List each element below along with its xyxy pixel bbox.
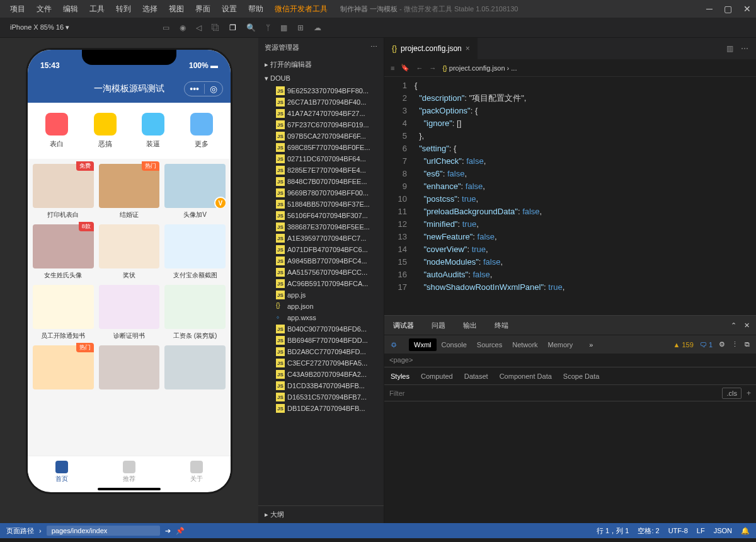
breadcrumb[interactable]: {} project.config.json › ...	[442, 64, 517, 72]
back-icon[interactable]: ←	[416, 64, 423, 72]
folder-section[interactable]: ▾ DOUB	[258, 72, 384, 85]
styles-tab[interactable]: Component Data	[500, 372, 552, 380]
close-tab-icon[interactable]: ×	[466, 44, 470, 53]
menu-工具[interactable]: 工具	[84, 2, 110, 16]
template-card[interactable]: 热门结婚证	[96, 161, 163, 222]
opened-editors-section[interactable]: ▸ 打开的编辑器	[258, 57, 384, 72]
menu-帮助[interactable]: 帮助	[243, 2, 268, 16]
mute-icon[interactable]: ◁	[196, 23, 202, 32]
filter-input[interactable]	[389, 389, 722, 397]
file-item[interactable]: JS56106F64707094BF307...	[258, 210, 384, 221]
encoding[interactable]: UTF-8	[668, 527, 688, 534]
file-item[interactable]: {}app.json	[258, 301, 384, 312]
editor-tab[interactable]: {} project.config.json ×	[384, 38, 478, 59]
template-card[interactable]: 免费打印机表白	[30, 161, 96, 222]
devtools-tab[interactable]: 调试器	[391, 321, 416, 330]
menu-文件[interactable]: 文件	[32, 2, 57, 16]
page-path-input[interactable]	[47, 526, 160, 536]
devtools-subtab[interactable]: Memory	[543, 338, 578, 351]
devtools-tab[interactable]: 输出	[461, 321, 479, 330]
more-icon[interactable]: ⋯	[370, 43, 377, 52]
template-card[interactable]: V头像加V	[162, 161, 228, 222]
devtools-subtab[interactable]: Network	[507, 338, 542, 351]
file-item[interactable]: JS9E625233707094BFF80...	[258, 85, 384, 96]
devtools-subtab[interactable]: Sources	[472, 338, 507, 351]
files-icon[interactable]: ❐	[229, 23, 236, 32]
add-icon[interactable]: +	[747, 389, 751, 398]
devtools-tab[interactable]: 终端	[492, 321, 511, 330]
styles-tab[interactable]: Dataset	[464, 372, 488, 380]
file-item[interactable]: JSD16531C5707094BFB7...	[258, 391, 384, 403]
category-item[interactable]: 恶搞	[81, 113, 130, 149]
file-item[interactable]: JSBD2A8CC7707094BFD...	[258, 346, 384, 357]
template-card[interactable]: 支付宝余额截图	[162, 222, 228, 282]
category-item[interactable]: 装逼	[129, 113, 178, 149]
language-mode[interactable]: JSON	[714, 527, 732, 534]
file-item[interactable]: JSA071DFB4707094BFC6...	[258, 244, 384, 255]
file-item[interactable]: JS8285E7E7707094BFE4...	[258, 164, 384, 176]
branch-icon[interactable]: ᛘ	[266, 23, 270, 32]
tab-关于[interactable]: 关于	[163, 456, 231, 487]
menu-微信开发者工具[interactable]: 微信开发者工具	[270, 2, 333, 16]
code-editor[interactable]: { "description": "项目配置文件", "packOptions"…	[415, 77, 756, 315]
chevron-up-icon[interactable]: ⌃	[731, 321, 736, 330]
file-item[interactable]: JSB040C907707094BFD6...	[258, 323, 384, 335]
split-icon[interactable]: ▥	[726, 44, 733, 53]
file-item[interactable]: JSC43A9B20707094BFA2...	[258, 369, 384, 380]
menu-icon[interactable]: ⋮	[731, 340, 738, 349]
menu-选择[interactable]: 选择	[137, 2, 163, 16]
minimize-icon[interactable]: ─	[706, 4, 713, 14]
robot-icon[interactable]: ⊞	[297, 23, 304, 32]
template-card[interactable]: 奖状	[96, 222, 163, 282]
go-icon[interactable]: ➔	[165, 527, 171, 535]
file-item[interactable]: JS26C7A1B7707094BF40...	[258, 96, 384, 108]
indent-setting[interactable]: 空格: 2	[638, 526, 659, 536]
pin-icon[interactable]: 📌	[176, 527, 185, 535]
search-icon[interactable]: 🔍	[246, 23, 256, 32]
menu-转到[interactable]: 转到	[111, 2, 136, 16]
template-card[interactable]	[162, 343, 228, 395]
devtools-subtab[interactable]: Console	[437, 338, 472, 351]
grid-icon[interactable]: ▦	[280, 23, 287, 32]
list-icon[interactable]: ≡	[391, 64, 394, 72]
outline-section[interactable]: ▸ 大纲	[258, 505, 384, 523]
file-item[interactable]: JSDB1DE2A7707094BFB...	[258, 403, 384, 414]
file-item[interactable]: JSA1E39597707094BFC7...	[258, 233, 384, 244]
file-item[interactable]: JSAA515756707094BFCC...	[258, 267, 384, 278]
tab-首页[interactable]: 首页	[28, 456, 95, 487]
bell-icon[interactable]: 🔔	[741, 527, 750, 535]
close-icon[interactable]: ✕	[743, 4, 751, 14]
devtools-subtab[interactable]: Wxml	[409, 338, 437, 351]
styles-tab[interactable]: Computed	[421, 372, 453, 380]
forward-icon[interactable]: →	[429, 64, 436, 72]
eol[interactable]: LF	[697, 527, 705, 534]
record-icon[interactable]: ◉	[180, 23, 186, 32]
template-card[interactable]: 热门	[30, 343, 96, 395]
devtools-tab[interactable]: 问题	[429, 321, 448, 330]
file-item[interactable]: JS51884BB5707094BF37E...	[258, 199, 384, 210]
close-icon[interactable]: ✕	[744, 321, 750, 330]
file-item[interactable]: JSC3ECF272707094BFA5...	[258, 357, 384, 369]
file-item[interactable]: JS67F237C6707094BF019...	[258, 119, 384, 130]
menu-界面[interactable]: 界面	[190, 2, 215, 16]
more-tabs-icon[interactable]: »	[589, 341, 593, 349]
cursor-position[interactable]: 行 1，列 1	[597, 526, 629, 536]
styles-tab[interactable]: Styles	[391, 372, 410, 380]
device-selector[interactable]: iPhone X 85% 16 ▾	[5, 21, 74, 34]
cloud-icon[interactable]: ☁	[314, 23, 321, 32]
template-card[interactable]	[96, 343, 163, 395]
bookmark-icon[interactable]: 🔖	[401, 64, 410, 72]
info-badge[interactable]: 🗨 1	[700, 341, 713, 349]
cls-button[interactable]: .cls	[722, 388, 742, 399]
file-item[interactable]: ⬨app.wxss	[258, 312, 384, 323]
file-item[interactable]: JS41A7A274707094BF27...	[258, 108, 384, 119]
tab-推荐[interactable]: 推荐	[95, 456, 163, 487]
inspect-icon[interactable]: ⯐	[391, 341, 398, 349]
file-item[interactable]: JS02711DC6707094BF64...	[258, 153, 384, 164]
maximize-icon[interactable]: ▢	[724, 4, 732, 14]
file-item[interactable]: JSBB6948F7707094BFDD...	[258, 335, 384, 346]
menu-编辑[interactable]: 编辑	[58, 2, 83, 16]
more-icon[interactable]: •••	[190, 84, 199, 94]
template-card[interactable]: 8款女生姓氏头像	[30, 222, 96, 282]
menu-项目[interactable]: 项目	[5, 2, 30, 16]
